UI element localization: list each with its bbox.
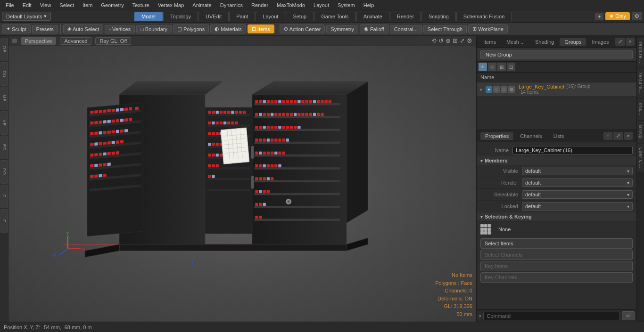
menu-render[interactable]: Render — [248, 1, 272, 9]
lock-toggle-icon[interactable]: ⊞ — [497, 63, 506, 71]
select-channels-button[interactable]: Select Channels — [480, 250, 633, 260]
far-right-tab-texture2[interactable]: Texture... — [637, 68, 644, 98]
group-list-item[interactable]: ▸ ● ○ □ ⚙ Large_Key_Cabinet (16): Group … — [477, 82, 636, 97]
command-submit-button[interactable]: ⏎ — [622, 311, 635, 320]
add-layout-button[interactable]: + — [595, 13, 603, 20]
sidebar-tab-dup[interactable]: Du — [0, 62, 8, 86]
layout-tab-model[interactable]: Model — [134, 12, 163, 21]
sidebar-tab-de[interactable]: De — [0, 38, 8, 61]
layout-tab-animate[interactable]: Animate — [356, 12, 389, 21]
advanced-button[interactable]: Advanced — [60, 37, 91, 45]
menu-geometry[interactable]: Geometry — [97, 1, 127, 9]
layout-tab-gametools[interactable]: Game Tools — [314, 12, 356, 21]
layout-tab-setup[interactable]: Setup — [286, 12, 314, 21]
menu-system[interactable]: System — [334, 1, 359, 9]
sidebar-tab-mesh[interactable]: Me — [0, 87, 8, 110]
settings-vp-icon[interactable]: ⚙ — [467, 37, 472, 44]
menu-layout[interactable]: Layout — [310, 1, 333, 9]
materials-button[interactable]: ◐ Materials — [210, 24, 246, 33]
rpanel-collapse-btn[interactable]: × — [626, 38, 635, 46]
prop-name-input[interactable] — [512, 146, 633, 154]
eye-toggle-icon[interactable]: 👁 — [479, 63, 487, 71]
auto-select-button[interactable]: ◈ Auto Select — [63, 24, 103, 33]
layout-tab-layout[interactable]: Layout — [256, 12, 285, 21]
expand-icon[interactable]: ⤢ — [460, 37, 465, 44]
prop-tab-channels[interactable]: Channels — [515, 132, 546, 140]
layout-tab-topology[interactable]: Topology — [163, 12, 198, 21]
falloff-button[interactable]: ◉ Falloff — [360, 24, 388, 33]
menu-view[interactable]: View — [36, 1, 55, 9]
rpanel-expand-btn[interactable]: ⤢ — [615, 38, 625, 46]
rpanel-tab-mesh[interactable]: Mesh ... — [502, 38, 529, 46]
star-only-button[interactable]: ★ Only — [605, 12, 630, 20]
settings-row-icon[interactable]: ⚙ — [508, 86, 515, 93]
selectable-dropdown[interactable]: default ▾ — [522, 190, 633, 199]
menu-vertex-map[interactable]: Vertex Map — [154, 1, 188, 9]
frame-icon[interactable]: ⊞ — [453, 37, 458, 44]
menu-item[interactable]: Item — [79, 1, 96, 9]
settings-icon[interactable]: ⚙ — [632, 12, 642, 20]
layout-tab-render[interactable]: Render — [390, 12, 421, 21]
items-button[interactable]: ⊡ Items — [248, 24, 274, 33]
viewport-canvas[interactable]: X Y Z No Items Polygons : Face Channels:… — [8, 46, 476, 322]
rpanel-tab-shading[interactable]: Shading — [530, 38, 559, 46]
camera-icon[interactable]: ⟲ — [431, 37, 437, 44]
rpanel-tab-items[interactable]: Items — [479, 38, 501, 46]
prop-tab-lists[interactable]: Lists — [549, 132, 569, 140]
far-right-tab-userc[interactable]: User C... — [637, 144, 644, 172]
command-input[interactable] — [483, 312, 620, 320]
prop-expand-btn[interactable]: + — [603, 132, 612, 140]
rpanel-tab-groups[interactable]: Groups — [560, 38, 586, 46]
layout-tab-uvedit[interactable]: UVEdit — [198, 12, 229, 21]
constraint-button[interactable]: Constrai... — [390, 25, 422, 33]
symmetry-button[interactable]: Symmetry — [326, 25, 358, 33]
visibility-icon[interactable]: ● — [486, 86, 492, 93]
sidebar-tab-vert[interactable]: Ve — [0, 111, 8, 135]
sidebar-tab-f[interactable]: F — [0, 209, 8, 233]
options-toggle-icon[interactable]: ⊡ — [507, 63, 515, 71]
sculpt-button[interactable]: ✦ Sculpt — [2, 24, 31, 33]
rpanel-tab-images[interactable]: Images — [587, 38, 613, 46]
key-channels-button[interactable]: Key Channels — [480, 272, 633, 283]
prop-collapse-btn[interactable]: × — [624, 132, 633, 140]
visible-dropdown[interactable]: default ▾ — [522, 167, 633, 175]
prop-tab-properties[interactable]: Properties — [480, 132, 513, 140]
layout-tab-paint[interactable]: Paint — [229, 12, 255, 21]
prop-expand-icon[interactable]: ⤢ — [613, 132, 623, 140]
box-icon[interactable]: □ — [501, 86, 507, 93]
layout-tab-schematic[interactable]: Schematic Fusion — [456, 12, 512, 21]
render-icon[interactable]: ○ — [493, 86, 500, 93]
menu-maxtomodo[interactable]: MaxToModo — [273, 1, 309, 9]
far-right-tab-texture1[interactable]: Texture... — [637, 38, 644, 67]
layout-dropdown[interactable]: Default Layouts ▾ — [2, 12, 51, 21]
boundary-button[interactable]: □ Boundary — [136, 25, 172, 33]
sidebar-tab-edge[interactable]: Ed — [0, 136, 8, 159]
menu-edit[interactable]: Edit — [19, 1, 35, 9]
polygons-button[interactable]: ▢ Polygons — [173, 24, 209, 33]
perspective-button[interactable]: Perspective — [21, 37, 56, 45]
collapse-arrow-icon[interactable]: ▸ — [480, 87, 483, 92]
members-section-header[interactable]: ▾ Members — [477, 156, 636, 165]
menu-select[interactable]: Select — [56, 1, 78, 9]
action-center-button[interactable]: ⊕ Action Center — [280, 24, 325, 33]
menu-animate[interactable]: Animate — [189, 1, 215, 9]
sidebar-tab-c[interactable]: C — [0, 185, 8, 208]
select-through-button[interactable]: Select Through — [423, 25, 467, 33]
render-dropdown[interactable]: default ▾ — [522, 178, 633, 187]
menu-help[interactable]: Help — [360, 1, 378, 9]
zoom-icon[interactable]: ⊕ — [446, 37, 451, 44]
new-group-button[interactable]: New Group — [480, 50, 633, 59]
refresh-icon[interactable]: ↺ — [438, 37, 444, 44]
sidebar-tab-poly[interactable]: Po — [0, 160, 8, 184]
key-items-button[interactable]: Key Items — [480, 261, 633, 271]
locked-dropdown[interactable]: default ▾ — [522, 202, 633, 211]
far-right-tab-group[interactable]: Group — [637, 121, 644, 143]
select-items-button[interactable]: Select Items — [480, 238, 633, 249]
menu-dynamics[interactable]: Dynamics — [216, 1, 247, 9]
layout-tab-scripting[interactable]: Scripting — [421, 12, 456, 21]
ray-gl-button[interactable]: Ray GL: Off — [95, 37, 131, 45]
presets-button[interactable]: Presets — [32, 25, 58, 33]
render-toggle-icon[interactable]: ◎ — [488, 63, 496, 71]
far-right-tab-ima[interactable]: Ima... — [637, 99, 644, 120]
viewport-menu-icon[interactable] — [12, 39, 17, 43]
